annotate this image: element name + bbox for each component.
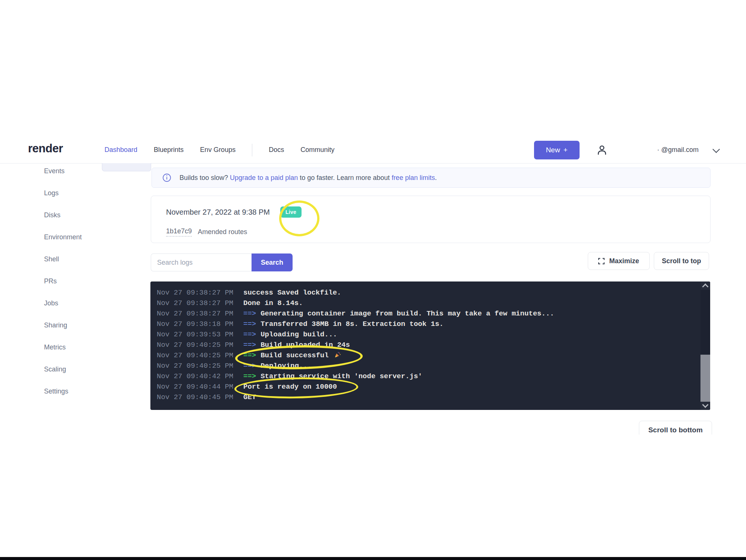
log-search: Search bbox=[151, 253, 293, 271]
log-arrow: ==> bbox=[243, 372, 256, 380]
info-icon bbox=[162, 173, 171, 182]
render-logo[interactable]: render bbox=[28, 142, 63, 155]
log-message: Done in 8.14s. bbox=[243, 299, 303, 307]
log-line: Nov 27 09:38:27 PM==>Generating containe… bbox=[157, 308, 695, 319]
commit-row: 1b1e7c9 Amended routes bbox=[166, 227, 247, 237]
terminal-scrollbar bbox=[700, 281, 710, 410]
log-message: Starting service with 'node server.js' bbox=[260, 372, 422, 380]
log-message: success Saved lockfile. bbox=[243, 289, 341, 297]
nav-item[interactable] bbox=[252, 144, 252, 156]
header-right: New + · @gmail.com bbox=[534, 137, 718, 163]
log-arrow: ==> bbox=[243, 309, 256, 318]
service-sidebar: EventsLogsDisksEnvironmentShellPRsJobsSh… bbox=[44, 167, 82, 410]
sidebar-item[interactable]: Scaling bbox=[44, 365, 82, 388]
party-popper-icon bbox=[334, 351, 341, 362]
log-timestamp: Nov 27 09:38:27 PM bbox=[157, 298, 243, 308]
commit-hash-link[interactable]: 1b1e7c9 bbox=[166, 227, 192, 237]
log-timestamp: Nov 27 09:38:18 PM bbox=[157, 319, 243, 329]
log-timestamp: Nov 27 09:40:44 PM bbox=[157, 382, 243, 392]
plus-icon: + bbox=[564, 146, 568, 154]
banner-segment: to go faster. Learn more about bbox=[298, 174, 391, 181]
banner-text: Builds too slow? Upgrade to a paid plan … bbox=[180, 174, 437, 182]
banner-segment: Builds too slow? bbox=[180, 174, 230, 181]
sidebar-item[interactable]: Events bbox=[44, 167, 82, 189]
log-message: Build uploaded in 24s bbox=[260, 341, 350, 349]
upgrade-banner: Builds too slow? Upgrade to a paid plan … bbox=[152, 168, 711, 188]
banner-segment[interactable]: free plan limits bbox=[391, 174, 435, 181]
sidebar-item[interactable]: Environment bbox=[44, 233, 82, 255]
log-terminal: Nov 27 09:38:27 PMsuccess Saved lockfile… bbox=[150, 281, 710, 410]
log-line: Nov 27 09:38:18 PM==>Transferred 38MB in… bbox=[157, 319, 695, 329]
banner-segment: . bbox=[435, 174, 437, 181]
search-input[interactable] bbox=[151, 253, 252, 271]
scrollbar-down-icon[interactable] bbox=[700, 402, 710, 410]
log-line: Nov 27 09:40:25 PM==>Build successful bbox=[157, 350, 695, 361]
nav-item[interactable]: Blueprints bbox=[154, 146, 184, 154]
main-nav: DashboardBlueprintsEnv GroupsDocsCommuni… bbox=[104, 137, 334, 163]
deploy-card: November 27, 2022 at 9:38 PM Live 1b1e7c… bbox=[151, 196, 711, 243]
log-arrow: ==> bbox=[243, 341, 256, 349]
log-timestamp: Nov 27 09:40:45 PM bbox=[157, 392, 243, 402]
nav-item[interactable]: Community bbox=[300, 146, 334, 154]
new-button-label: New bbox=[546, 146, 560, 154]
log-message: GET bbox=[243, 393, 256, 401]
log-line: Nov 27 09:40:42 PM==>Starting service wi… bbox=[157, 371, 695, 382]
user-icon[interactable] bbox=[595, 143, 609, 157]
scroll-to-bottom-clip: Scroll to bottom bbox=[639, 421, 714, 435]
sidebar-item[interactable]: Jobs bbox=[44, 299, 82, 321]
log-line: Nov 27 09:40:25 PM==>Build uploaded in 2… bbox=[157, 340, 695, 350]
live-status-badge: Live bbox=[280, 206, 302, 218]
log-line: Nov 27 09:40:44 PMPort is ready on 10000 bbox=[157, 382, 695, 392]
deploy-row: November 27, 2022 at 9:38 PM Live bbox=[166, 206, 302, 218]
new-button[interactable]: New + bbox=[534, 141, 580, 159]
log-message: Build successful bbox=[260, 351, 328, 360]
log-timestamp: Nov 27 09:39:53 PM bbox=[157, 329, 243, 340]
screen-edge-bar bbox=[0, 557, 746, 560]
log-timestamp: Nov 27 09:40:42 PM bbox=[157, 371, 243, 382]
chevron-down-icon[interactable] bbox=[712, 145, 720, 153]
banner-segment[interactable]: Upgrade to a paid plan bbox=[230, 174, 298, 181]
sidebar-item[interactable]: Logs bbox=[44, 189, 82, 211]
sidebar-item[interactable]: PRs bbox=[44, 277, 82, 299]
scroll-to-bottom-button[interactable]: Scroll to bottom bbox=[639, 421, 712, 435]
render-dashboard-page: render DashboardBlueprintsEnv GroupsDocs… bbox=[0, 0, 746, 560]
log-message: Generating container image from build. T… bbox=[260, 309, 554, 318]
nav-item[interactable]: Env Groups bbox=[200, 146, 235, 154]
maximize-button[interactable]: Maximize bbox=[588, 252, 650, 270]
active-tab-indicator bbox=[102, 163, 151, 171]
sidebar-item[interactable]: Disks bbox=[44, 211, 82, 233]
scroll-to-top-button[interactable]: Scroll to top bbox=[654, 252, 709, 270]
commit-message: Amended routes bbox=[198, 228, 247, 236]
log-timestamp: Nov 27 09:38:27 PM bbox=[157, 308, 243, 319]
log-arrow: ==> bbox=[243, 362, 256, 370]
log-message: Port is ready on 10000 bbox=[243, 383, 337, 391]
maximize-icon bbox=[598, 258, 605, 264]
log-timestamp: Nov 27 09:40:25 PM bbox=[157, 350, 243, 361]
log-timestamp: Nov 27 09:38:27 PM bbox=[157, 287, 243, 298]
log-message: Deploying... bbox=[260, 362, 312, 370]
log-lines: Nov 27 09:38:27 PMsuccess Saved lockfile… bbox=[157, 287, 695, 402]
log-line: Nov 27 09:38:27 PMsuccess Saved lockfile… bbox=[157, 287, 695, 298]
log-line: Nov 27 09:40:25 PM==>Deploying... bbox=[157, 361, 695, 371]
log-line: Nov 27 09:38:27 PMDone in 8.14s. bbox=[157, 298, 695, 308]
log-arrow: ==> bbox=[243, 351, 256, 360]
account-email: · @gmail.com bbox=[657, 146, 699, 154]
log-message: Uploading build... bbox=[260, 330, 337, 339]
log-timestamp: Nov 27 09:40:25 PM bbox=[157, 361, 243, 371]
sidebar-item[interactable]: Settings bbox=[44, 388, 82, 410]
log-message: Transferred 38MB in 8s. Extraction took … bbox=[260, 320, 443, 328]
log-timestamp: Nov 27 09:40:25 PM bbox=[157, 340, 243, 350]
log-line: Nov 27 09:39:53 PM==>Uploading build... bbox=[157, 329, 695, 340]
nav-item[interactable]: Docs bbox=[269, 146, 284, 154]
log-arrow: ==> bbox=[243, 330, 256, 339]
log-arrow: ==> bbox=[243, 320, 256, 328]
search-button[interactable]: Search bbox=[252, 253, 293, 271]
scrollbar-thumb[interactable] bbox=[700, 355, 710, 402]
deploy-timestamp: November 27, 2022 at 9:38 PM bbox=[166, 208, 270, 217]
sidebar-item[interactable]: Sharing bbox=[44, 321, 82, 343]
nav-item[interactable]: Dashboard bbox=[104, 146, 137, 154]
sidebar-item[interactable]: Metrics bbox=[44, 343, 82, 365]
top-nav-bar: render DashboardBlueprintsEnv GroupsDocs… bbox=[0, 137, 746, 164]
scrollbar-up-icon[interactable] bbox=[700, 281, 710, 290]
sidebar-item[interactable]: Shell bbox=[44, 255, 82, 277]
